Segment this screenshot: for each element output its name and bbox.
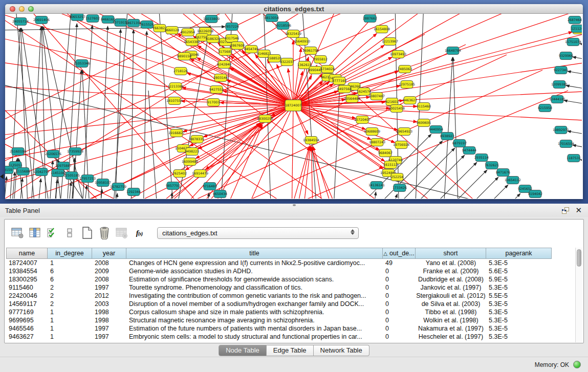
- select-columns-icon[interactable]: [45, 225, 60, 240]
- tab-network-table[interactable]: Network Table: [314, 345, 369, 356]
- graph-node[interactable]: 16154808: [374, 26, 390, 33]
- graph-node[interactable]: 8471676: [496, 169, 510, 177]
- graph-node[interactable]: 10653257: [69, 14, 85, 21]
- table-row[interactable]: 1830029562008Estimation of significance …: [6, 275, 574, 283]
- graph-node[interactable]: 7625402: [172, 170, 187, 178]
- table-row[interactable]: 946362711997Embryonic stem cells: a mode…: [6, 333, 574, 341]
- graph-node[interactable]: 12042757: [33, 168, 50, 176]
- graph-node[interactable]: 8878335: [190, 136, 204, 143]
- table-selector[interactable]: citations_edges.txt: [157, 227, 359, 239]
- graph-node[interactable]: 9684067: [378, 149, 393, 157]
- graph-node[interactable]: 18724007: [285, 100, 301, 111]
- graph-node[interactable]: 3175685: [218, 48, 232, 56]
- graph-node[interactable]: 252254: [391, 173, 403, 181]
- graph-node[interactable]: 10654112: [505, 177, 521, 184]
- graph-node[interactable]: 8454749: [244, 46, 258, 53]
- table-settings-icon[interactable]: [10, 225, 25, 240]
- tab-edge-table[interactable]: Edge Table: [267, 345, 314, 356]
- graph-node[interactable]: 6879197: [452, 140, 467, 147]
- network-window[interactable]: citations_edges.txt 18724007240557242069…: [5, 4, 583, 199]
- graph-node[interactable]: 16914479: [192, 170, 208, 178]
- graph-node[interactable]: 24055724: [12, 18, 29, 26]
- graph-node[interactable]: 16648784: [445, 47, 461, 55]
- graph-node[interactable]: 20691406: [33, 16, 50, 24]
- graph-node[interactable]: 16033809: [203, 15, 220, 23]
- graph-node[interactable]: 7857224: [225, 23, 239, 31]
- graph-node[interactable]: 12505185: [63, 172, 80, 180]
- memory-status-icon[interactable]: [573, 361, 581, 368]
- graph-node[interactable]: 8186328: [206, 35, 220, 43]
- column-header-in_degree[interactable]: in_degree: [48, 248, 92, 259]
- graph-node[interactable]: 20206576: [45, 150, 61, 158]
- graph-node[interactable]: 1615112: [383, 161, 398, 169]
- graph-node[interactable]: 6734028: [320, 65, 335, 73]
- graph-node[interactable]: 8215958: [538, 104, 552, 112]
- graph-node[interactable]: 7615526: [140, 21, 154, 29]
- graph-node[interactable]: 16961758: [302, 47, 319, 55]
- graph-node[interactable]: 1115686: [16, 168, 30, 176]
- graph-node[interactable]: 16099489: [182, 158, 198, 166]
- graph-node[interactable]: 8938923: [440, 133, 454, 140]
- graph-node[interactable]: 9317546: [225, 35, 239, 42]
- network-window-titlebar[interactable]: citations_edges.txt: [5, 4, 583, 14]
- graph-node[interactable]: 10025458: [388, 105, 405, 113]
- graph-node[interactable]: 16782759: [110, 183, 126, 191]
- graph-node[interactable]: 7485063: [398, 65, 412, 73]
- graph-node[interactable]: 2867608: [230, 42, 245, 50]
- column-header-short[interactable]: short: [416, 248, 486, 259]
- close-panel-icon[interactable]: ✕: [575, 207, 582, 214]
- table-row[interactable]: 1938455462009Genome-wide association stu…: [6, 267, 574, 275]
- tab-node-table[interactable]: Node Table: [219, 345, 267, 356]
- delete-row-icon[interactable]: [97, 225, 112, 240]
- graph-node[interactable]: 21053346: [74, 60, 90, 68]
- graph-node[interactable]: 7955812: [313, 56, 328, 63]
- graph-node[interactable]: 39159: [5, 166, 13, 174]
- float-panel-icon[interactable]: [562, 207, 569, 214]
- graph-node[interactable]: 1527602: [85, 15, 100, 23]
- graph-node[interactable]: 1733426: [393, 184, 407, 192]
- graph-node[interactable]: 8650434: [213, 190, 227, 198]
- graph-node[interactable]: 2887662: [363, 15, 377, 23]
- column-header-title[interactable]: title: [126, 248, 383, 259]
- graph-node[interactable]: 7632621: [485, 162, 499, 169]
- panel-resize-grip[interactable]: [293, 204, 296, 206]
- table-vertical-scrollbar[interactable]: [575, 248, 582, 342]
- graph-node[interactable]: 12444185: [549, 96, 565, 103]
- column-header-pagerank[interactable]: pagerank: [486, 248, 552, 259]
- graph-node[interactable]: 18807243: [369, 139, 385, 146]
- graph-node[interactable]: 10975887: [55, 162, 72, 170]
- column-header-name[interactable]: name: [6, 248, 48, 259]
- graph-node[interactable]: 10688609: [364, 128, 380, 136]
- new-table-icon[interactable]: [79, 225, 95, 240]
- graph-node[interactable]: 9777169: [332, 77, 346, 85]
- graph-node[interactable]: 2935114: [474, 154, 489, 162]
- graph-node[interactable]: 12975185: [399, 81, 415, 89]
- graph-node[interactable]: 16543382: [184, 38, 200, 46]
- graph-node[interactable]: 15640910: [294, 38, 310, 46]
- table-row[interactable]: 977716911998Corpus callosum shape and si…: [6, 308, 574, 316]
- graph-node[interactable]: 12213967: [382, 38, 398, 46]
- graph-node[interactable]: 9716483: [203, 183, 217, 190]
- graph-node[interactable]: 12099385: [551, 81, 568, 89]
- graph-node[interactable]: 8912954: [181, 29, 195, 36]
- graph-node[interactable]: 9474444: [462, 147, 476, 155]
- graph-node[interactable]: 9890158: [177, 53, 191, 60]
- graph-node[interactable]: 19654923: [396, 128, 412, 136]
- graph-node[interactable]: 25160190: [10, 148, 26, 156]
- graph-node[interactable]: 10973493: [390, 51, 406, 58]
- graph-node[interactable]: 9660128: [165, 27, 179, 34]
- graph-node[interactable]: 121124: [571, 25, 582, 33]
- graph-node[interactable]: 9498223: [185, 148, 199, 156]
- graph-node[interactable]: 19218596: [275, 22, 291, 30]
- graph-node[interactable]: 9857791: [166, 182, 180, 190]
- delete-table-icon[interactable]: [114, 225, 129, 240]
- graph-node[interactable]: 18300295: [257, 115, 273, 123]
- graph-node[interactable]: 15720407: [354, 116, 371, 124]
- graph-node[interactable]: 917003: [207, 99, 220, 106]
- graph-node[interactable]: 2718126: [173, 68, 188, 75]
- graph-node[interactable]: 9329966: [559, 52, 573, 60]
- graph-node[interactable]: 19756928: [393, 141, 409, 149]
- graph-node[interactable]: 2803144: [213, 74, 228, 82]
- panel-collapse-arrow-icon[interactable]: [0, 174, 4, 179]
- graph-node[interactable]: 9440954: [429, 126, 443, 134]
